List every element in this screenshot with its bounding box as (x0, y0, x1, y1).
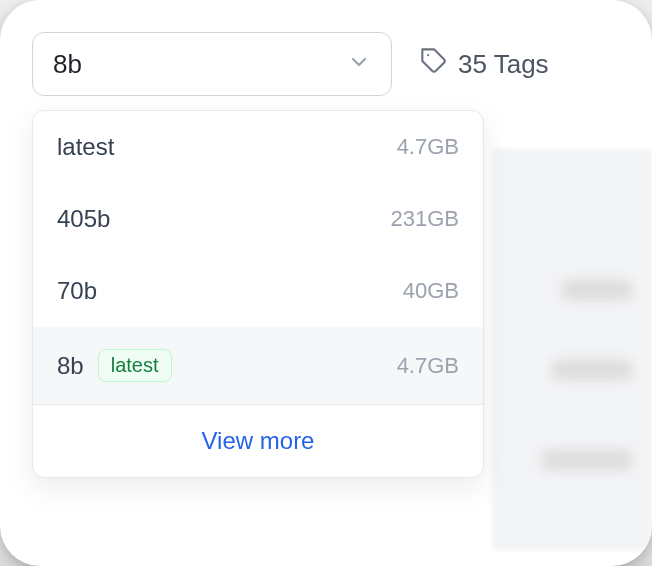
item-label: 405b (57, 205, 110, 233)
view-more-link[interactable]: View more (33, 404, 483, 477)
view-more-label: View more (202, 427, 315, 454)
item-size: 4.7GB (397, 353, 459, 379)
item-label: 8b (57, 352, 84, 380)
blur-text (542, 450, 632, 470)
blur-text (562, 280, 632, 300)
dropdown-item[interactable]: latest 4.7GB (33, 111, 483, 183)
item-size: 231GB (391, 206, 460, 232)
tag-icon (420, 47, 448, 82)
background-blur (492, 150, 652, 550)
dropdown-item[interactable]: 70b 40GB (33, 255, 483, 327)
item-label: latest (57, 133, 114, 161)
chevron-down-icon (347, 50, 371, 78)
select-value: 8b (53, 49, 82, 80)
tag-select[interactable]: 8b (32, 32, 392, 96)
card-container: 8b 35 Tags latest 4.7GB (0, 0, 652, 566)
item-size: 4.7GB (397, 134, 459, 160)
blur-text (552, 360, 632, 380)
item-left: 70b (57, 277, 97, 305)
tag-dropdown: latest 4.7GB 405b 231GB 70b 40GB 8b late… (32, 110, 484, 478)
item-left: latest (57, 133, 114, 161)
dropdown-item[interactable]: 405b 231GB (33, 183, 483, 255)
item-left: 8b latest (57, 349, 172, 382)
top-row: 8b 35 Tags (32, 32, 652, 96)
latest-badge: latest (98, 349, 172, 382)
item-left: 405b (57, 205, 110, 233)
item-size: 40GB (403, 278, 459, 304)
tags-link[interactable]: 35 Tags (420, 47, 549, 82)
item-label: 70b (57, 277, 97, 305)
tags-count: 35 Tags (458, 49, 549, 80)
dropdown-item-selected[interactable]: 8b latest 4.7GB (33, 327, 483, 404)
